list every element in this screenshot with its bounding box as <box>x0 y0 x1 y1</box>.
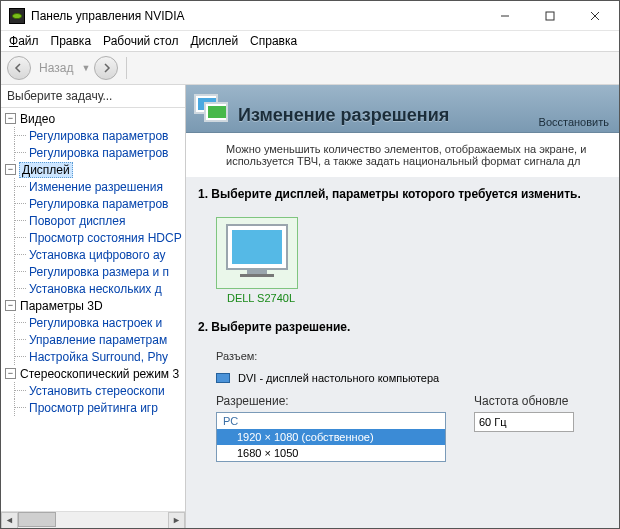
toolbar-separator <box>126 57 127 79</box>
page-description: Можно уменьшить количество элементов, от… <box>186 133 619 177</box>
resolution-group-header: PC <box>217 413 445 429</box>
tree-item[interactable]: Установка нескольких д <box>5 280 185 297</box>
task-tree-panel: Выберите задачу... −ВидеоРегулировка пар… <box>1 85 186 528</box>
task-tree[interactable]: −ВидеоРегулировка параметровРегулировка … <box>1 107 185 511</box>
back-label: Назад <box>39 61 73 75</box>
tree-item[interactable]: Регулировка настроек и <box>5 314 185 331</box>
page-banner: Изменение разрешения Восстановить <box>186 85 619 133</box>
resolution-option[interactable]: 1920 × 1080 (собственное) <box>217 429 445 445</box>
page-title: Изменение разрешения <box>238 105 449 126</box>
back-dropdown-icon[interactable]: ▼ <box>81 63 90 73</box>
tree-item[interactable]: Изменение разрешения <box>5 178 185 195</box>
tree-item[interactable]: Поворот дисплея <box>5 212 185 229</box>
nvidia-app-icon <box>9 8 25 24</box>
scroll-track[interactable] <box>18 512 168 529</box>
menu-file[interactable]: Файл <box>9 34 39 48</box>
menu-edit[interactable]: Правка <box>51 34 92 48</box>
tree-item[interactable]: Регулировка параметров <box>5 127 185 144</box>
tree-item[interactable]: Регулировка параметров <box>5 144 185 161</box>
tree-item[interactable]: Установить стереоскопи <box>5 382 185 399</box>
monitor-label: DELL S2740L <box>216 292 306 304</box>
back-button[interactable] <box>7 56 31 80</box>
resolution-label: Разрешение: <box>216 394 446 408</box>
collapse-icon[interactable]: − <box>5 300 16 311</box>
refresh-value: 60 Гц <box>479 416 507 428</box>
connector-label: Разъем: <box>216 350 257 362</box>
resolution-listbox[interactable]: PC 1920 × 1080 (собственное) 1680 × 1050 <box>216 412 446 462</box>
main-panel: Изменение разрешения Восстановить Можно … <box>186 85 619 528</box>
window-title: Панель управления NVIDIA <box>31 9 482 23</box>
scroll-left-button[interactable]: ◄ <box>1 512 18 529</box>
tree-group[interactable]: −Дисплей <box>5 161 185 178</box>
menu-display[interactable]: Дисплей <box>190 34 238 48</box>
tree-item[interactable]: Регулировка размера и п <box>5 263 185 280</box>
maximize-button[interactable] <box>527 1 572 30</box>
menu-desktop[interactable]: Рабочий стол <box>103 34 178 48</box>
tree-group[interactable]: −Видео <box>5 110 185 127</box>
step1-title: 1. Выберите дисплей, параметры которого … <box>198 187 607 201</box>
resolution-icon <box>194 94 230 126</box>
restore-link[interactable]: Восстановить <box>539 116 609 128</box>
tree-item[interactable]: Регулировка параметров <box>5 195 185 212</box>
resolution-option[interactable]: 1680 × 1050 <box>217 445 445 461</box>
step2-title: 2. Выберите разрешение. <box>198 320 607 334</box>
tree-item[interactable]: Просмотр рейтинга игр <box>5 399 185 416</box>
refresh-rate-combo[interactable]: 60 Гц <box>474 412 574 432</box>
refresh-label: Частота обновле <box>474 394 574 408</box>
tree-item[interactable]: Просмотр состояния HDCP <box>5 229 185 246</box>
tree-group[interactable]: −Параметры 3D <box>5 297 185 314</box>
titlebar: Панель управления NVIDIA <box>1 1 619 31</box>
collapse-icon[interactable]: − <box>5 113 16 124</box>
minimize-button[interactable] <box>482 1 527 30</box>
close-button[interactable] <box>572 1 617 30</box>
tree-item[interactable]: Установка цифрового ау <box>5 246 185 263</box>
scroll-thumb[interactable] <box>18 512 56 527</box>
forward-button[interactable] <box>94 56 118 80</box>
monitor-icon <box>226 224 288 270</box>
tree-item[interactable]: Настройка Surround, Phy <box>5 348 185 365</box>
tree-horizontal-scrollbar[interactable]: ◄ ► <box>1 511 185 528</box>
tree-item[interactable]: Управление параметрам <box>5 331 185 348</box>
menu-help[interactable]: Справка <box>250 34 297 48</box>
svg-rect-1 <box>546 12 554 20</box>
tree-group[interactable]: −Стереоскопический режим 3 <box>5 365 185 382</box>
menubar: Файл Правка Рабочий стол Дисплей Справка <box>1 31 619 51</box>
monitor-card[interactable]: DELL S2740L <box>216 217 306 304</box>
collapse-icon[interactable]: − <box>5 164 16 175</box>
navigation-toolbar: Назад ▼ <box>1 51 619 85</box>
dvi-icon <box>216 373 230 383</box>
scroll-right-button[interactable]: ► <box>168 512 185 529</box>
collapse-icon[interactable]: − <box>5 368 16 379</box>
connector-value: DVI - дисплей настольного компьютера <box>238 372 439 384</box>
tree-heading: Выберите задачу... <box>1 85 185 107</box>
